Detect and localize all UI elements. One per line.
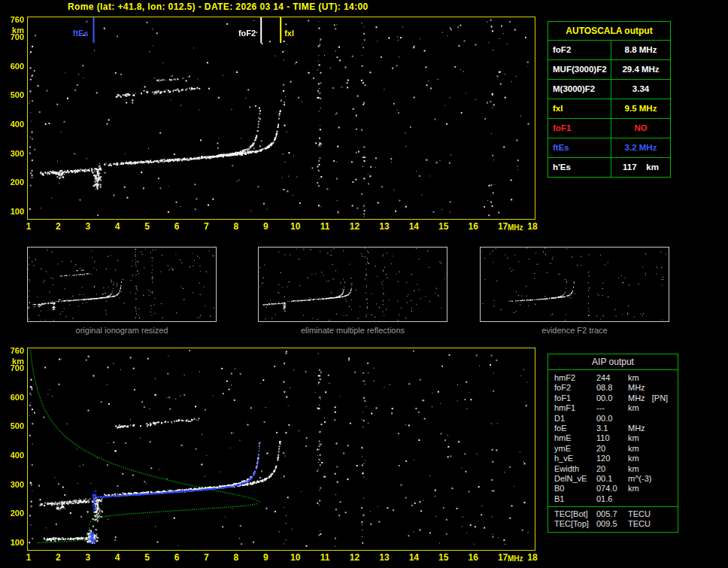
x-tick-label: 9 — [253, 553, 278, 563]
autoscala-row-label: MUF(3000)F2 — [548, 60, 611, 79]
autoscala-rows: foF28.8 MHzMUF(3000)F229.4 MHzM(3000)F23… — [548, 41, 670, 177]
autoscala-row-MUF(3000)F2: MUF(3000)F229.4 MHz — [548, 60, 670, 80]
aip-output-panel: AIP output hmF2244kmfoF208.8MHzfoF100.0M… — [548, 354, 678, 533]
x-tick-label: 14 — [402, 553, 426, 563]
page-title: Rome (lat: +41.8, lon: 012.5) - DATE: 20… — [68, 2, 369, 12]
aip-row-unit: m^(-3) — [628, 474, 678, 484]
x-axis-unit-label: MHz — [502, 554, 528, 563]
autoscala-row-value: 3.2 MHz — [611, 138, 670, 157]
x-tick-label: 16 — [461, 222, 485, 232]
aip-row-label: TEC[Top] — [548, 519, 596, 529]
aip-row-unit — [628, 494, 678, 504]
x-tick-label: 12 — [343, 553, 367, 563]
thumbnail-caption-original: original ionogram resized — [27, 326, 217, 335]
autoscala-panel-title: AUTOSCALA output — [548, 22, 670, 41]
aip-row-label: Ewidth — [548, 464, 596, 474]
thumbnail-caption-no-multiples: eliminate multiple reflections — [258, 326, 447, 335]
autoscala-row-value: 9.5 MHz — [611, 99, 670, 118]
aip-row-foF1: foF100.0MHz [PN] — [548, 393, 678, 403]
x-tick-label: 15 — [432, 222, 456, 232]
aip-row-value: --- — [596, 403, 628, 413]
y-tick-label: 760 — [2, 15, 24, 24]
aip-row-B0: B0074.0km — [548, 484, 678, 494]
x-tick-label: 8 — [224, 222, 248, 232]
bottom-ionogram-plot — [27, 348, 535, 551]
autoscala-row-value: 8.8 MHz — [611, 41, 670, 59]
x-tick-label: 16 — [461, 553, 485, 563]
aip-row-label: TEC[Bot] — [548, 509, 596, 519]
autoscala-row-label: foF2 — [548, 41, 611, 59]
y-tick-label: 600 — [2, 62, 24, 71]
top-ionogram-plot — [27, 17, 535, 220]
aip-tec-rows: TEC[Bot]005.7TECUTEC[Top]009.5TECU — [548, 506, 678, 532]
x-tick-label: 1 — [17, 222, 41, 232]
autoscala-row-foF1: foF1NO — [548, 119, 670, 138]
aip-row-foE: foE3.1MHz — [548, 424, 678, 433]
aip-panel-title: AIP output — [548, 354, 678, 370]
aip-row-unit: km — [628, 433, 678, 443]
y-tick-label: 100 — [2, 538, 24, 547]
aip-row-label: DelN_vE — [548, 474, 596, 484]
autoscala-row-label: fxl — [548, 99, 611, 118]
autoscala-row-value: 3.34 — [611, 80, 670, 99]
aip-row-unit: km — [628, 464, 678, 474]
y-tick-label: 100 — [2, 207, 24, 216]
aip-row-label: h_vE — [548, 454, 596, 463]
aip-row-label: B0 — [548, 484, 596, 494]
x-tick-label: 10 — [284, 553, 308, 563]
x-tick-label: 15 — [432, 553, 456, 563]
y-tick-label: 200 — [2, 509, 24, 518]
y-tick-label: 500 — [2, 421, 24, 430]
thumbnail-no-multiples-canvas — [259, 248, 447, 321]
aip-row-hmF2: hmF2244km — [548, 373, 678, 383]
y-tick-label: 200 — [2, 178, 24, 187]
x-tick-label: 12 — [343, 222, 367, 232]
aip-row-ymE: ymE20km — [548, 444, 678, 454]
x-tick-label: 3 — [76, 222, 100, 232]
autoscala-row-label: ftEs — [548, 138, 611, 157]
aip-row-unit: MHz — [628, 424, 678, 433]
aip-row-hmF1: hmF1---km — [548, 403, 678, 413]
autoscala-row-label: foF1 — [548, 119, 611, 138]
aip-row-value: 08.8 — [596, 383, 628, 393]
aip-row-value: 20 — [596, 464, 628, 474]
marker-label-foF2: foF2 — [220, 29, 256, 38]
aip-row-unit — [628, 414, 678, 424]
autoscala-row-value: 117 km — [611, 158, 670, 177]
autoscala-row-fxl: fxl9.5 MHz — [548, 99, 670, 119]
x-tick-label: 5 — [135, 553, 159, 563]
x-tick-label: 14 — [402, 222, 426, 232]
aip-rows: hmF2244kmfoF208.8MHzfoF100.0MHz [PN]hmF1… — [548, 370, 678, 506]
aip-row-value: 00.0 — [596, 393, 628, 403]
aip-row-TEC[Bot]: TEC[Bot]005.7TECU — [548, 509, 678, 519]
aip-row-unit: TECU — [628, 519, 678, 529]
aip-row-label: hmE — [548, 433, 596, 443]
autoscala-row-label: M(3000)F2 — [548, 80, 611, 99]
aip-row-hmE: hmE110km — [548, 433, 678, 443]
aip-row-value: 005.7 — [596, 509, 628, 519]
thumbnail-f2-trace-canvas — [481, 248, 669, 321]
autoscala-row-h'Es: h'Es117 km — [548, 158, 670, 177]
x-tick-label: 2 — [46, 553, 70, 563]
aip-row-label: foE — [548, 424, 596, 433]
aip-row-value: 110 — [596, 433, 628, 443]
aip-row-B1: B101.6 — [548, 494, 678, 504]
marker-label-ftEs: ftEs — [53, 29, 89, 38]
x-tick-label: 2 — [46, 222, 70, 232]
x-tick-label: 13 — [372, 222, 396, 232]
top-ionogram-canvas — [28, 17, 535, 219]
aip-row-value: 20 — [596, 444, 628, 454]
aip-row-label: D1 — [548, 414, 596, 424]
aip-row-foF2: foF208.8MHz — [548, 383, 678, 393]
x-tick-label: 9 — [253, 222, 278, 232]
aip-row-DelN_vE: DelN_vE00.1m^(-3) — [548, 474, 678, 484]
aip-row-label: hmF1 — [548, 403, 596, 413]
autoscala-row-value: 29.4 MHz — [611, 60, 670, 79]
aip-row-value: 074.0 — [596, 484, 628, 494]
y-tick-label: 300 — [2, 149, 24, 158]
autoscala-row-value: NO — [611, 119, 670, 138]
x-tick-label: 7 — [194, 553, 218, 563]
thumbnail-no-multiples — [258, 247, 447, 322]
aip-row-value: 120 — [596, 454, 628, 463]
aip-row-label: hmF2 — [548, 373, 596, 383]
